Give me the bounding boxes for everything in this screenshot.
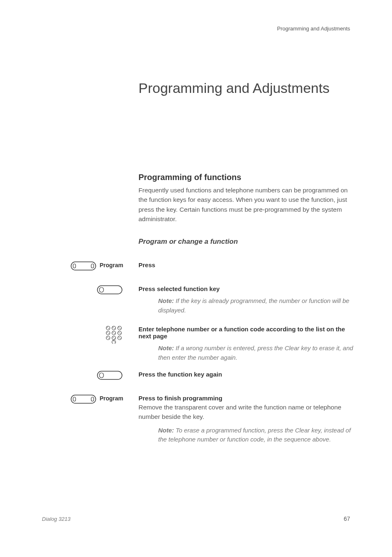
svg-line-18 [107,332,109,334]
svg-rect-26 [99,373,104,378]
step-label: Program [99,262,123,268]
svg-rect-2 [73,264,76,268]
step-label: Program [99,395,123,402]
svg-line-16 [113,327,115,329]
step-instruction: Press to finish programming [138,395,356,402]
svg-rect-4 [99,287,104,292]
svg-rect-0 [71,262,96,270]
svg-line-20 [118,332,121,334]
step-instruction: Enter telephone number or a function cod… [138,326,356,340]
note-label: Note: [158,344,174,351]
function-key-icon [97,285,122,294]
step-desc: Remove the transparent cover and write t… [138,402,356,422]
step-instruction: Press selected function key [138,285,356,292]
svg-line-17 [118,327,121,329]
note-label: Note: [158,297,174,304]
svg-line-15 [107,327,109,329]
footer-page-number: 67 [344,515,350,522]
section-heading: Programming of functions [138,173,356,182]
svg-rect-3 [97,286,122,294]
sub-heading: Program or change a function [138,238,356,246]
note-label: Note: [158,427,174,434]
programming-functions-section: Programming of functions Frequently used… [138,173,356,224]
svg-line-22 [113,337,115,339]
footer-model: Dialog 3213 [42,516,70,522]
function-key-icon [97,371,122,380]
svg-rect-28 [91,397,94,401]
svg-rect-29 [73,397,76,401]
svg-line-19 [113,332,115,334]
note-block: Note: If a wrong number is entered, pres… [158,344,356,362]
svg-rect-27 [71,395,96,403]
svg-rect-25 [97,371,122,379]
button-oval-icon [71,261,96,270]
svg-line-21 [107,337,109,339]
step-instruction: Press the function key again [138,371,356,378]
page-header: Programming and Adjustments [277,25,350,32]
svg-point-14 [112,340,116,344]
note-block: Note: To erase a programmed function, pr… [158,426,356,444]
note-block: Note: If the key is already programmed, … [158,296,356,315]
note-text: If a wrong number is entered, press the … [158,344,353,361]
svg-line-23 [118,337,121,339]
page-title: Programming and Adjustments [138,80,330,96]
program-change-section: Program or change a function [138,238,356,246]
keypad-icon [105,326,122,344]
section-body: Frequently used functions and telephone … [138,185,356,224]
button-oval-icon [71,395,96,404]
step-instruction: Press [138,261,356,268]
note-text: If the key is already programmed, the nu… [158,297,349,314]
note-text: To erase a programmed function, press th… [158,427,351,443]
svg-rect-1 [91,264,94,268]
